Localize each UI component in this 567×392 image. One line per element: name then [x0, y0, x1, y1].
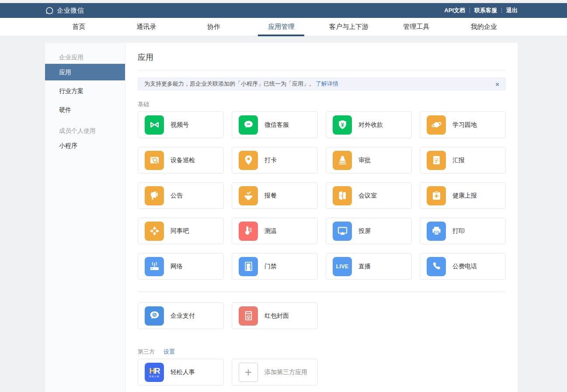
router-icon: [145, 257, 164, 276]
customer-service-icon: [239, 115, 258, 135]
megaphone-icon: [145, 186, 164, 205]
printer-icon: [427, 222, 446, 241]
api-docs-link[interactable]: API文档: [444, 7, 465, 14]
app-card-colleague-bar[interactable]: 同事吧: [138, 218, 224, 244]
app-label: 会议室: [358, 192, 377, 200]
sidebar-group-member-personal: 成员个人使用: [45, 124, 125, 137]
svg-text:¥: ¥: [341, 122, 344, 128]
app-label: 视频号: [170, 121, 189, 129]
topbar: 企业微信 API文档 联系客服 退出: [0, 3, 567, 18]
app-card-meeting-room[interactable]: 会议室: [326, 182, 412, 209]
app-label: 打卡: [264, 156, 277, 164]
app-card-hr[interactable]: HR 轻松人事 轻松人事: [138, 359, 224, 385]
nav-tab-home[interactable]: 首页: [45, 18, 112, 36]
sidebar-group-enterprise-apps: 企业应用: [45, 51, 125, 64]
contact-support-link[interactable]: 联系客服: [474, 7, 497, 14]
sidebar-item-mini-programs[interactable]: 小程序: [45, 137, 125, 154]
app-label: 门禁: [264, 263, 277, 271]
app-label: 公告: [170, 192, 183, 200]
page-background: 企业应用 应用 行业方案 硬件 成员个人使用 小程序 应用 为支持更多能力，原企…: [0, 36, 567, 392]
sidebar-item-industry-solutions[interactable]: 行业方案: [45, 83, 125, 99]
main-content: 应用 为支持更多能力，原企业关联添加的「小程序」已统一为「应用」。 了解详情 ×…: [125, 43, 518, 392]
add-third-party-app-button[interactable]: + 添加第三方应用: [232, 359, 318, 385]
app-card-red-packet-cover[interactable]: 红包封面: [232, 302, 318, 329]
app-card-approval[interactable]: 审批: [326, 147, 412, 173]
app-label: 直播: [358, 263, 371, 271]
live-badge-icon: LIVE: [333, 257, 352, 276]
red-envelope-icon: [239, 306, 258, 326]
hr-subtext: 轻松人事: [149, 375, 160, 378]
pinwheel-icon: [145, 222, 164, 241]
payment-shield-icon: ¥: [333, 115, 352, 135]
app-card-work-report[interactable]: 汇报: [420, 147, 506, 173]
app-card-equipment-inspection[interactable]: 设备巡检: [138, 147, 224, 173]
payment-app-grid: 企业支付 红包封面: [138, 302, 506, 329]
app-label: 学习园地: [452, 121, 477, 129]
app-card-door-access[interactable]: 门禁: [232, 253, 318, 280]
planet-icon: [427, 115, 446, 135]
nav-tab-contacts[interactable]: 通讯录: [112, 18, 180, 36]
brand-text: 企业微信: [57, 7, 84, 15]
page-title: 应用: [138, 52, 506, 63]
nav-tab-admin-tools[interactable]: 管理工具: [383, 18, 450, 36]
sidebar-item-apps[interactable]: 应用: [45, 64, 125, 80]
app-card-live[interactable]: LIVE 直播: [326, 253, 412, 280]
third-party-section-head: 第三方 设置: [138, 348, 506, 355]
app-label: 企业支付: [170, 312, 195, 320]
door-access-icon: [239, 257, 258, 276]
app-label: 测温: [264, 227, 277, 235]
open-door-icon: [333, 186, 352, 205]
close-icon[interactable]: ×: [495, 81, 499, 87]
app-label: 公费电话: [452, 263, 477, 271]
basic-app-grid: 视频号 微信客服 ¥: [138, 111, 506, 280]
app-card-screen-cast[interactable]: 投屏: [326, 218, 412, 244]
app-label: 打印: [452, 227, 465, 235]
divider: [138, 291, 506, 292]
add-app-label: 添加第三方应用: [264, 368, 307, 376]
app-label: 微信客服: [264, 121, 289, 129]
app-card-temperature[interactable]: 测温: [232, 218, 318, 244]
content-panel: 企业应用 应用 行业方案 硬件 成员个人使用 小程序 应用 为支持更多能力，原企…: [45, 43, 518, 392]
nav-tab-my-enterprise[interactable]: 我的企业: [450, 18, 518, 36]
app-card-meal-order[interactable]: 报餐: [232, 182, 318, 209]
live-text: LIVE: [336, 264, 349, 270]
plus-icon: +: [239, 363, 258, 382]
app-card-network[interactable]: 网络: [138, 253, 224, 280]
document-icon: [427, 151, 446, 170]
title-block: 应用: [138, 52, 506, 70]
third-party-settings-link[interactable]: 设置: [163, 348, 175, 355]
app-label: 审批: [358, 156, 371, 164]
learn-more-link[interactable]: 了解详情: [316, 80, 338, 88]
section-label-third-party: 第三方: [138, 348, 155, 355]
nav-tab-collaboration[interactable]: 协作: [180, 18, 247, 36]
nav-tab-app-management[interactable]: 应用管理: [247, 18, 315, 36]
hr-logo-icon: HR 轻松人事: [145, 363, 164, 382]
app-label: 对外收款: [358, 121, 383, 129]
location-pin-icon: [239, 151, 258, 170]
pay-check-bubble-icon: [145, 306, 164, 326]
phone-icon: [427, 257, 446, 276]
app-card-wechat-customer-service[interactable]: 微信客服: [232, 111, 318, 138]
app-card-check-in[interactable]: 打卡: [232, 147, 318, 173]
section-label-basic: 基础: [138, 101, 506, 108]
app-card-channels[interactable]: 视频号: [138, 111, 224, 138]
separator: [501, 8, 502, 13]
third-party-app-grid: HR 轻松人事 轻松人事 + 添加第三方应用: [138, 359, 506, 385]
wework-brand[interactable]: 企业微信: [45, 6, 84, 15]
thermometer-icon: [239, 222, 258, 241]
app-card-learning-campus[interactable]: 学习园地: [420, 111, 506, 138]
notice-banner: 为支持更多能力，原企业关联添加的「小程序」已统一为「应用」。 了解详情 ×: [138, 77, 506, 90]
app-card-print[interactable]: 打印: [420, 218, 506, 244]
separator: [470, 8, 470, 13]
app-card-office-phone[interactable]: 公费电话: [420, 253, 506, 280]
channels-icon: [145, 115, 164, 135]
app-card-external-payment[interactable]: ¥ 对外收款: [326, 111, 412, 138]
app-card-enterprise-pay[interactable]: 企业支付: [138, 302, 224, 329]
logout-link[interactable]: 退出: [506, 7, 518, 14]
app-label: 红包封面: [264, 312, 289, 320]
app-card-health-report[interactable]: 健康上报: [420, 182, 506, 209]
nav-tab-customers[interactable]: 客户与上下游: [315, 18, 383, 36]
bowl-check-icon: [239, 186, 258, 205]
sidebar-item-hardware[interactable]: 硬件: [45, 101, 125, 118]
app-card-announcement[interactable]: 公告: [138, 182, 224, 209]
